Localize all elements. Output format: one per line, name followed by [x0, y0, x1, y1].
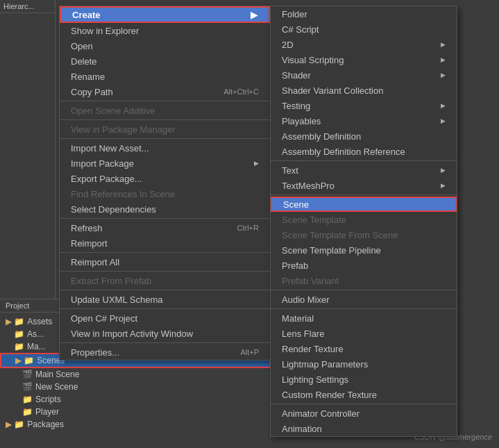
create-label: Create	[72, 10, 100, 20]
menu-item-export-package[interactable]: Export Package...	[60, 171, 270, 186]
scripts-icon: 📁	[22, 395, 33, 404]
menu-item-prefab[interactable]: Prefab	[271, 258, 457, 273]
menu-item-extract-from-prefab: Extract From Prefab	[60, 273, 270, 288]
separator-1	[60, 101, 270, 101]
menu-item-audio-mixer[interactable]: Audio Mixer	[271, 292, 457, 307]
import-package-arrow: ▶	[254, 160, 259, 167]
menu-item-custom-render-texture[interactable]: Custom Render Texture	[271, 387, 457, 402]
assets-label: Assets	[27, 317, 52, 326]
main-scenes-label: Ma...	[27, 342, 46, 351]
menu-item-properties[interactable]: Properties... Alt+P	[60, 345, 270, 360]
menu-item-scene-template-pipeline[interactable]: Scene Template Pipeline	[271, 242, 457, 258]
menu-item-2d[interactable]: 2D	[271, 37, 457, 52]
menu-item-scene[interactable]: Scene	[271, 197, 457, 212]
menu-item-material[interactable]: Material	[271, 310, 457, 326]
menu-item-import-package[interactable]: Import Package ▶	[60, 156, 270, 171]
tree-item-main-scene[interactable]: 🎬 Main Scene	[0, 368, 271, 381]
project-panel-title: Project	[6, 301, 29, 310]
menu-item-playables[interactable]: Playables	[271, 113, 457, 128]
right-sep-2	[271, 194, 457, 195]
menu-item-animation[interactable]: Animation	[271, 421, 457, 436]
menu-item-assembly-definition-ref[interactable]: Assembly Definition Reference	[271, 144, 457, 159]
menu-item-scene-template: Scene Template	[271, 212, 457, 227]
packages-icon: ▶ 📁	[6, 420, 24, 429]
assets-sub-label: As...	[27, 329, 44, 339]
hierarchy-title: Hierarc...	[3, 2, 35, 10]
assets-folder-icon: ▶ 📁	[6, 317, 24, 326]
main-scene-icon: 🎬	[22, 370, 33, 379]
menu-item-open-scene-additive: Open Scene Additive	[60, 103, 270, 118]
assets-sub-folder-icon: 📁	[14, 329, 24, 339]
menu-item-refresh[interactable]: Refresh Ctrl+R	[60, 220, 270, 235]
new-scene-label: New Scene	[35, 382, 78, 392]
menu-item-prefab-variant: Prefab Variant	[271, 273, 457, 288]
right-sep-5	[271, 404, 457, 404]
new-scene-icon: 🎬	[22, 382, 33, 392]
packages-label: Packages	[27, 420, 64, 429]
menu-item-shader-variant-collection[interactable]: Shader Variant Collection	[271, 83, 457, 98]
menu-item-find-references: Find References In Scene	[60, 186, 270, 201]
menu-item-rename[interactable]: Rename	[60, 69, 270, 84]
player-label: Player	[35, 407, 59, 417]
menu-item-testing[interactable]: Testing	[271, 98, 457, 113]
menu-item-lens-flare[interactable]: Lens Flare	[271, 326, 457, 341]
right-sep-3	[271, 290, 457, 290]
separator-9	[60, 342, 270, 343]
create-arrow: ▶	[251, 10, 257, 20]
menu-item-shader[interactable]: Shader	[271, 67, 457, 83]
menu-item-animator-controller[interactable]: Animator Controller	[271, 406, 457, 421]
separator-5	[60, 252, 270, 253]
menu-item-delete[interactable]: Delete	[60, 53, 270, 69]
menu-item-open-csharp[interactable]: Open C# Project	[60, 310, 270, 326]
menu-item-visual-scripting[interactable]: Visual Scripting	[271, 52, 457, 67]
menu-item-render-texture[interactable]: Render Texture	[271, 341, 457, 356]
menu-item-scene-template-from-scene: Scene Template From Scene	[271, 227, 457, 242]
menu-item-reimport[interactable]: Reimport	[60, 235, 270, 251]
separator-3	[60, 138, 270, 139]
hierarchy-panel: Hierarc...	[0, 0, 56, 299]
menu-item-import-new-asset[interactable]: Import New Asset...	[60, 140, 270, 156]
context-menu-left: Create ▶ Show in Explorer Open Delete Re…	[59, 6, 271, 360]
scripts-label: Scripts	[35, 395, 61, 404]
hierarchy-header: Hierarc...	[0, 0, 55, 13]
player-icon: 📁	[22, 407, 33, 417]
menu-item-open[interactable]: Open	[60, 38, 270, 53]
tree-item-packages[interactable]: ▶ 📁 Packages	[0, 418, 271, 431]
separator-2	[60, 119, 270, 120]
menu-item-lightmap-parameters[interactable]: Lightmap Parameters	[271, 356, 457, 372]
scenes-folder-icon: ▶ 📁	[15, 356, 34, 365]
menu-item-text[interactable]: Text	[271, 163, 457, 178]
menu-item-view-package-manager: View in Package Manager	[60, 122, 270, 137]
create-menu-header[interactable]: Create ▶	[60, 6, 270, 23]
separator-7	[60, 290, 270, 290]
menu-item-select-dependencies[interactable]: Select Dependencies	[60, 201, 270, 217]
menu-item-lighting-settings[interactable]: Lighting Settings	[271, 372, 457, 387]
menu-item-folder[interactable]: Folder	[271, 6, 457, 22]
separator-8	[60, 308, 270, 309]
menu-item-update-uxml[interactable]: Update UXML Schema	[60, 292, 270, 307]
tree-item-new-scene[interactable]: 🎬 New Scene	[0, 381, 271, 393]
right-sep-1	[271, 160, 457, 161]
separator-4	[60, 218, 270, 219]
menu-item-textmeshpro[interactable]: TextMeshPro	[271, 178, 457, 193]
tree-item-scripts[interactable]: 📁 Scripts	[0, 393, 271, 406]
menu-item-copy-path[interactable]: Copy Path Alt+Ctrl+C	[60, 84, 270, 99]
menu-item-reimport-all[interactable]: Reimport All	[60, 254, 270, 269]
menu-item-csharp-script[interactable]: C# Script	[271, 22, 457, 37]
context-menu-right: Folder C# Script 2D Visual Scripting Sha…	[270, 6, 457, 437]
menu-item-show-in-explorer[interactable]: Show in Explorer	[60, 23, 270, 38]
right-sep-4	[271, 308, 457, 309]
separator-6	[60, 271, 270, 272]
menu-item-view-import-activity[interactable]: View in Import Activity Window	[60, 326, 270, 341]
main-scenes-icon: 📁	[14, 342, 24, 351]
menu-item-assembly-definition[interactable]: Assembly Definition	[271, 128, 457, 144]
main-scene-label: Main Scene	[35, 370, 79, 379]
tree-item-player[interactable]: 📁 Player	[0, 406, 271, 418]
